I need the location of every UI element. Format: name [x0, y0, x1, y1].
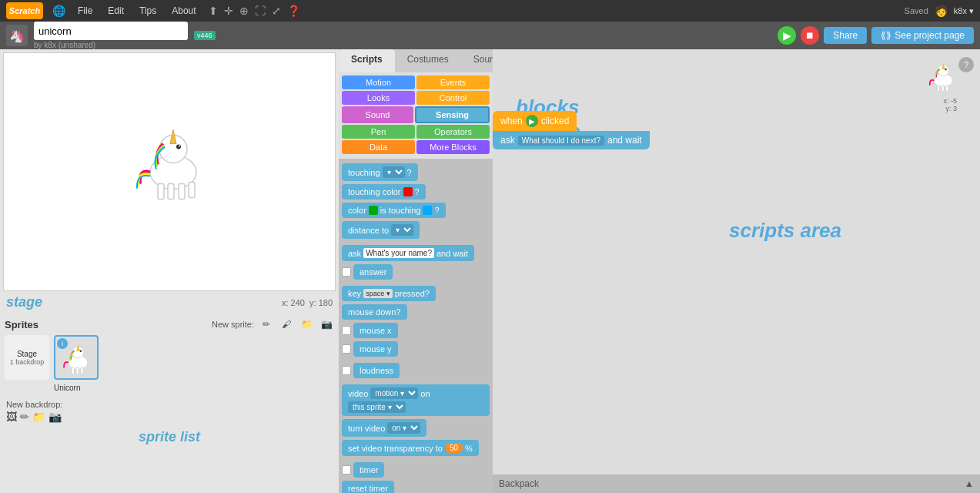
- help-button[interactable]: ?: [958, 57, 974, 72]
- camera-sprite-icon[interactable]: 📷: [319, 317, 334, 332]
- see-project-button[interactable]: ⟪⟫ See project page: [871, 27, 974, 44]
- block-touching[interactable]: touching ▾ ?: [342, 163, 490, 181]
- video-state-dropdown[interactable]: on ▾: [387, 422, 420, 434]
- backdrop-camera-icon[interactable]: 📷: [48, 411, 62, 423]
- and-wait-label: and wait: [607, 135, 642, 146]
- timer-label: timer: [360, 465, 378, 475]
- mouse-y-label: mouse y: [360, 344, 392, 354]
- svg-rect-4: [168, 184, 174, 200]
- unicorn-sprite-item[interactable]: i U: [54, 335, 99, 394]
- color-swatch-2[interactable]: [369, 206, 378, 215]
- project-bar: 🦄 by k8x (unshared) v446 ▶ ⏹ Share ⟪⟫ Se…: [0, 22, 980, 49]
- block-reset-timer[interactable]: reset timer: [342, 481, 490, 493]
- sprite-list-label: sprite list: [0, 426, 339, 448]
- tab-scripts[interactable]: Scripts: [339, 49, 395, 72]
- block-touching-color[interactable]: touching color ?: [342, 184, 490, 200]
- category-sound[interactable]: Sound: [342, 106, 413, 123]
- category-data[interactable]: Data: [342, 140, 415, 154]
- sprites-list: Stage 1 backdrop i: [5, 335, 334, 394]
- color-is-touching-label2: is touching: [380, 206, 421, 215]
- sprite-info-button[interactable]: i: [57, 338, 68, 349]
- block-timer[interactable]: timer: [342, 462, 490, 478]
- tips-menu[interactable]: Tips: [136, 4, 159, 18]
- backdrop-image-icon[interactable]: 🖼: [6, 411, 17, 423]
- backdrop-paint-icon[interactable]: ✏: [20, 411, 29, 423]
- backpack-label: Backpack: [499, 478, 539, 489]
- color-swatch-3[interactable]: [423, 206, 432, 215]
- when-clicked-block[interactable]: when ▶ clicked ask What should I do next…: [493, 111, 711, 149]
- category-looks[interactable]: Looks: [342, 91, 415, 105]
- paint-sprite-icon[interactable]: ✏: [259, 317, 274, 332]
- user-avatar-icon[interactable]: 🧑: [935, 5, 948, 17]
- stop-button[interactable]: ⏹: [801, 26, 819, 45]
- backpack-expand-icon[interactable]: ▲: [965, 478, 974, 489]
- share-button[interactable]: Share: [824, 27, 867, 44]
- distance-dropdown[interactable]: ▾: [391, 224, 413, 236]
- video-target-dropdown[interactable]: this sprite ▾: [348, 401, 406, 413]
- sprites-panel: Sprites New sprite: ✏ 🖌 📁 📷 Stage 1 back…: [0, 314, 339, 397]
- block-ask[interactable]: ask What's your name? and wait: [342, 245, 490, 261]
- about-menu[interactable]: About: [169, 4, 199, 18]
- project-name-input[interactable]: [34, 22, 188, 40]
- answer-checkbox[interactable]: [342, 267, 351, 277]
- stage-sprite-item[interactable]: Stage 1 backdrop: [5, 335, 49, 394]
- saved-status: Saved: [905, 6, 928, 15]
- loudness-checkbox[interactable]: [342, 366, 351, 375]
- touching-dropdown[interactable]: ▾: [383, 166, 405, 178]
- help-icon[interactable]: ❓: [287, 5, 300, 17]
- category-pen[interactable]: Pen: [342, 125, 415, 139]
- category-operators[interactable]: Operators: [416, 125, 490, 139]
- tab-costumes[interactable]: Costumes: [395, 49, 461, 72]
- green-flag-button[interactable]: ▶: [778, 26, 796, 45]
- username-label: k8x ▾: [954, 6, 974, 16]
- color-is-touching-label1: color: [348, 206, 366, 215]
- ask-block-value: What should I do next?: [518, 136, 604, 146]
- block-mouse-down[interactable]: mouse down?: [342, 304, 490, 320]
- color-swatch-1[interactable]: [403, 187, 413, 196]
- block-answer[interactable]: answer: [342, 264, 490, 280]
- flag-icon-block: ▶: [526, 115, 538, 127]
- transparency-value: 50: [445, 443, 463, 453]
- block-distance-to[interactable]: distance to ▾: [342, 221, 490, 239]
- category-events[interactable]: Events: [416, 75, 490, 89]
- toolbar-icons: ⬆ ✛ ⊕ ⛶ ⤢ ❓: [209, 5, 300, 17]
- file-menu[interactable]: File: [75, 4, 95, 18]
- category-motion[interactable]: Motion: [342, 75, 415, 89]
- backpack-bar[interactable]: Backpack ▲: [493, 475, 980, 493]
- block-turn-video[interactable]: turn video on ▾: [342, 419, 490, 437]
- expand-icon[interactable]: ⤢: [272, 5, 281, 17]
- draw-sprite-icon[interactable]: 🖌: [279, 317, 294, 332]
- script-tabs: Scripts Costumes Sounds: [339, 49, 493, 72]
- block-video-motion[interactable]: video motion ▾ on this sprite ▾: [342, 384, 490, 416]
- timer-checkbox[interactable]: [342, 465, 351, 475]
- block-color-touching[interactable]: color is touching ?: [342, 203, 490, 218]
- new-backdrop-label: New backdrop:: [6, 400, 62, 409]
- edit-menu[interactable]: Edit: [105, 4, 127, 18]
- mouse-x-checkbox[interactable]: [342, 326, 351, 335]
- category-more-blocks[interactable]: More Blocks: [416, 140, 490, 154]
- mouse-y-checkbox[interactable]: [342, 344, 351, 354]
- video-motion-dropdown[interactable]: motion ▾: [370, 387, 418, 399]
- category-control[interactable]: Control: [416, 91, 490, 105]
- category-sensing[interactable]: Sensing: [415, 106, 490, 123]
- block-loudness[interactable]: loudness: [342, 363, 490, 378]
- fullscreen-icon[interactable]: ⛶: [255, 5, 266, 17]
- upload-sprite-icon[interactable]: 📁: [299, 317, 314, 332]
- project-sprite-thumb: 🦄: [6, 25, 28, 46]
- block-mouse-y[interactable]: mouse y: [342, 341, 490, 357]
- new-backdrop-area: New backdrop: 🖼 ✏ 📁 📷: [0, 397, 339, 426]
- svg-rect-6: [189, 183, 195, 198]
- pointer-icon[interactable]: ✛: [224, 5, 233, 17]
- logo-text: Scratch: [9, 6, 40, 15]
- block-mouse-x[interactable]: mouse x: [342, 323, 490, 338]
- block-key-pressed[interactable]: key space ▾ pressed?: [342, 286, 490, 301]
- stamp-icon[interactable]: ⊕: [239, 5, 249, 17]
- import-icon[interactable]: ⬆: [209, 5, 218, 17]
- block-categories: Motion Events Looks Control Sound Sensin…: [339, 72, 493, 159]
- version-badge: v446: [194, 31, 216, 40]
- block-video-transparency[interactable]: set video transparency to 50 %: [342, 440, 490, 456]
- backdrop-upload-icon[interactable]: 📁: [32, 411, 45, 423]
- globe-icon[interactable]: 🌐: [52, 5, 65, 17]
- turn-video-label: turn video: [348, 424, 385, 433]
- scratch-logo: Scratch: [6, 2, 43, 19]
